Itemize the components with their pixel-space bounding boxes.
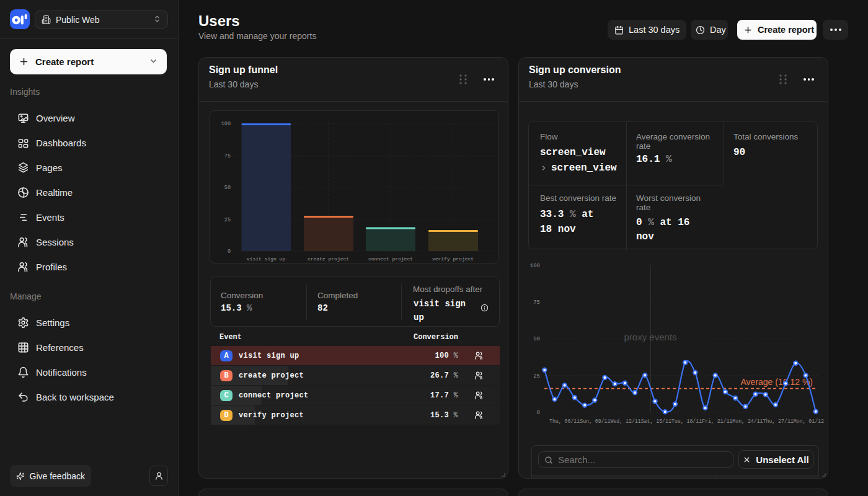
svg-text:75: 75 — [224, 153, 231, 159]
svg-text:Thu, 06/11Sun, 09/11Wed, 12/11: Thu, 06/11Sun, 09/11Wed, 12/11Sat, 15/11… — [549, 418, 824, 423]
svg-text:0: 0 — [537, 410, 540, 416]
svg-text:50: 50 — [533, 336, 540, 342]
svg-text:visit sign up: visit sign up — [247, 256, 286, 262]
svg-text:25: 25 — [224, 217, 231, 223]
svg-text:100: 100 — [530, 263, 540, 269]
svg-text:create project: create project — [308, 256, 349, 262]
svg-text:50: 50 — [224, 185, 231, 191]
svg-text:0: 0 — [228, 249, 231, 255]
svg-text:25: 25 — [533, 373, 540, 379]
svg-text:verify project: verify project — [432, 256, 474, 262]
svg-text:connect project: connect project — [368, 256, 413, 262]
svg-text:proxy events: proxy events — [624, 332, 676, 342]
svg-text:100: 100 — [221, 121, 231, 127]
svg-text:75: 75 — [533, 299, 540, 306]
svg-text:Average (16.12 %): Average (16.12 %) — [741, 377, 813, 387]
